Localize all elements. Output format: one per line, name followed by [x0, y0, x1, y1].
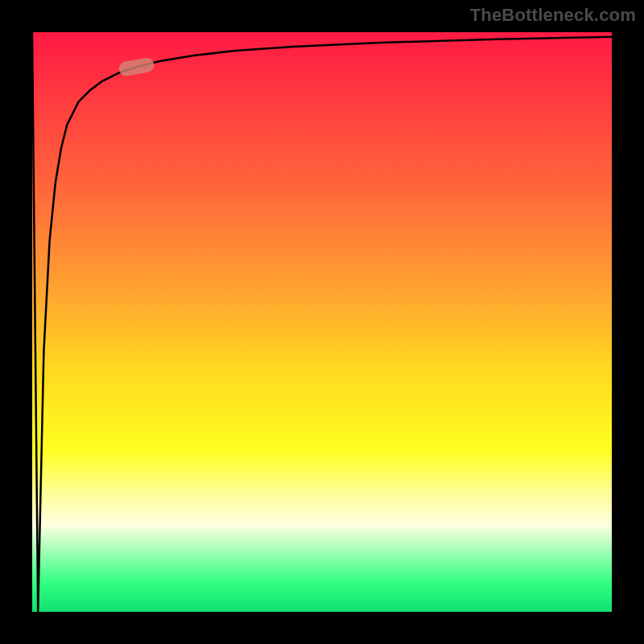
watermark-text: TheBottleneck.com [470, 5, 636, 26]
curve-layer [32, 32, 612, 612]
chart-frame: TheBottleneck.com [0, 0, 644, 644]
plot-area [32, 32, 612, 612]
bottleneck-curve [32, 32, 612, 612]
svg-rect-0 [118, 57, 155, 77]
curve-marker [118, 57, 155, 77]
